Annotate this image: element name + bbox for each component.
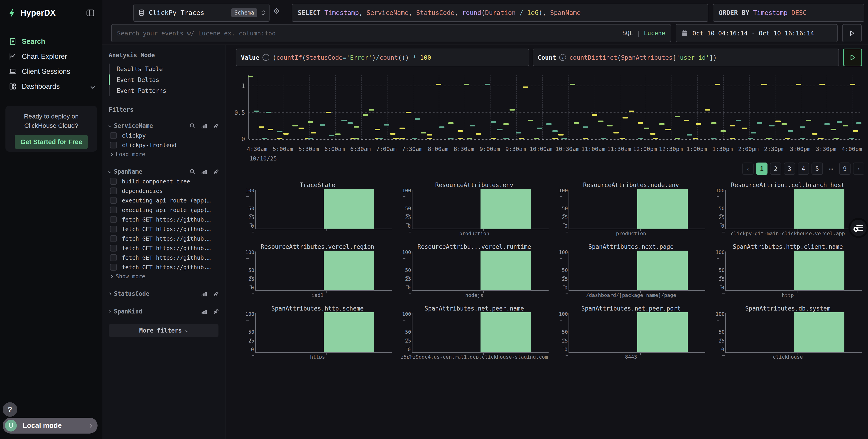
- delta-mark[interactable]: [375, 129, 380, 130]
- delta-mark[interactable]: [497, 129, 502, 130]
- delta-mark[interactable]: [592, 114, 597, 116]
- delta-mark[interactable]: [659, 123, 664, 125]
- delta-mark[interactable]: [415, 118, 420, 120]
- filter-group-statuscode[interactable]: StatusCode: [109, 289, 219, 299]
- delta-mark[interactable]: [308, 138, 313, 139]
- delta-mark[interactable]: [748, 138, 753, 139]
- delta-mark[interactable]: [363, 114, 368, 116]
- delta-mark[interactable]: [467, 138, 472, 139]
- search-icon[interactable]: [189, 168, 196, 175]
- checkbox[interactable]: [110, 197, 117, 204]
- delta-mark[interactable]: [464, 84, 469, 85]
- filter-option[interactable]: executing api route (app)…: [110, 205, 219, 215]
- source-select[interactable]: ClickPy Traces Schema: [133, 4, 270, 22]
- delta-mark[interactable]: [781, 123, 787, 125]
- attribute-mini-chart[interactable]: SpanAttributes.net.peer.port100502508443: [554, 305, 708, 359]
- delta-mark[interactable]: [503, 123, 509, 125]
- search-icon[interactable]: [189, 122, 196, 129]
- attribute-mini-chart[interactable]: SpanAttributes.http.client.name10050250h…: [711, 243, 865, 305]
- delta-mark[interactable]: [458, 130, 463, 132]
- delta-mark[interactable]: [491, 138, 496, 139]
- delta-mark[interactable]: [558, 134, 563, 136]
- delta-mark[interactable]: [248, 76, 253, 78]
- delta-mark[interactable]: [856, 122, 861, 124]
- delta-mark[interactable]: [476, 133, 481, 135]
- checkbox[interactable]: [110, 254, 117, 261]
- attribute-mini-chart[interactable]: TraceState10050250: [241, 182, 395, 243]
- mini-bar[interactable]: [794, 251, 844, 290]
- delta-mark[interactable]: [329, 135, 334, 136]
- bar-chart-icon[interactable]: [201, 290, 208, 297]
- help-button[interactable]: ?: [3, 402, 17, 417]
- delta-mark[interactable]: [509, 109, 515, 111]
- delta-mark[interactable]: [650, 133, 655, 135]
- delta-mark[interactable]: [762, 84, 767, 85]
- filter-option[interactable]: executing api route (app)…: [110, 196, 219, 205]
- delta-mark[interactable]: [629, 111, 634, 112]
- checkbox[interactable]: [110, 226, 117, 232]
- filter-group-spankind[interactable]: SpanKind: [109, 306, 219, 316]
- delta-mark[interactable]: [806, 120, 811, 121]
- mode-event-deltas[interactable]: Event Deltas: [110, 75, 166, 85]
- attribute-mini-chart[interactable]: ResourceAttributes.vercel.region10050250…: [241, 243, 395, 305]
- mini-bar[interactable]: [480, 189, 531, 229]
- delta-mark[interactable]: [277, 138, 282, 139]
- count-expression-input[interactable]: Count i countDistinct(SpanAttributes['us…: [533, 49, 839, 66]
- delta-mark[interactable]: [751, 132, 756, 134]
- checkbox[interactable]: [110, 216, 117, 223]
- delta-mark[interactable]: [308, 121, 313, 123]
- delta-mark[interactable]: [800, 126, 805, 128]
- delta-mark[interactable]: [354, 126, 359, 127]
- delta-mark[interactable]: [347, 122, 353, 124]
- delta-mark[interactable]: [400, 127, 405, 129]
- delta-mark[interactable]: [598, 120, 603, 122]
- bar-chart-icon[interactable]: [201, 122, 208, 129]
- pin-icon[interactable]: [213, 308, 219, 315]
- mini-bar[interactable]: [794, 312, 844, 352]
- delta-mark[interactable]: [653, 138, 658, 139]
- delta-mark[interactable]: [341, 120, 347, 121]
- delta-mark[interactable]: [788, 130, 793, 132]
- delta-mark[interactable]: [534, 138, 539, 139]
- delta-mark[interactable]: [400, 138, 405, 139]
- mini-bar[interactable]: [480, 312, 531, 352]
- filter-group-servicename[interactable]: ServiceName: [109, 121, 219, 131]
- delta-mark[interactable]: [390, 133, 396, 135]
- checkbox[interactable]: [110, 245, 117, 252]
- delta-mark[interactable]: [412, 138, 417, 139]
- delta-mark[interactable]: [736, 120, 741, 121]
- filter-option[interactable]: clickpy: [110, 131, 219, 140]
- delta-mark[interactable]: [693, 138, 698, 139]
- attribute-mini-chart[interactable]: SpanAttributes.next.page10050250/dashboa…: [554, 243, 708, 305]
- checkbox[interactable]: [110, 187, 117, 194]
- delta-mark[interactable]: [277, 131, 282, 132]
- delta-mark[interactable]: [369, 109, 374, 111]
- show-more-link[interactable]: Show more: [111, 272, 219, 281]
- delta-mark[interactable]: [819, 84, 825, 85]
- delta-mark[interactable]: [742, 127, 747, 129]
- filter-group-spanname[interactable]: SpanName: [109, 167, 219, 177]
- local-mode-menu[interactable]: U Local mode: [3, 418, 98, 434]
- attribute-mini-chart[interactable]: ResourceAttribu..cel.branch_host10050250…: [711, 182, 865, 243]
- delta-mark[interactable]: [675, 116, 680, 117]
- mini-bar[interactable]: [324, 251, 374, 290]
- delta-mark[interactable]: [850, 84, 855, 85]
- delta-mark[interactable]: [528, 120, 533, 121]
- delta-mark[interactable]: [775, 120, 781, 122]
- filter-option[interactable]: fetch GET https://github.…: [110, 262, 219, 272]
- checkbox[interactable]: [110, 178, 117, 185]
- delta-mark[interactable]: [299, 127, 304, 129]
- checkbox[interactable]: [110, 207, 117, 213]
- delta-mark[interactable]: [448, 138, 454, 139]
- delta-mark[interactable]: [730, 138, 735, 139]
- delta-mark[interactable]: [601, 138, 607, 139]
- pin-icon[interactable]: [213, 122, 219, 129]
- more-filters-button[interactable]: More filters: [109, 324, 218, 337]
- delta-mark[interactable]: [552, 138, 558, 139]
- prev-page-button[interactable]: ‹: [742, 163, 754, 175]
- delta-mark[interactable]: [268, 129, 273, 130]
- order-by-input[interactable]: ORDER BY Timestamp DESC: [713, 4, 864, 22]
- pin-icon[interactable]: [213, 168, 219, 175]
- attribute-mini-chart[interactable]: ResourceAttribu...vercel.runtime10050250…: [397, 243, 551, 305]
- delta-mark[interactable]: [384, 124, 389, 125]
